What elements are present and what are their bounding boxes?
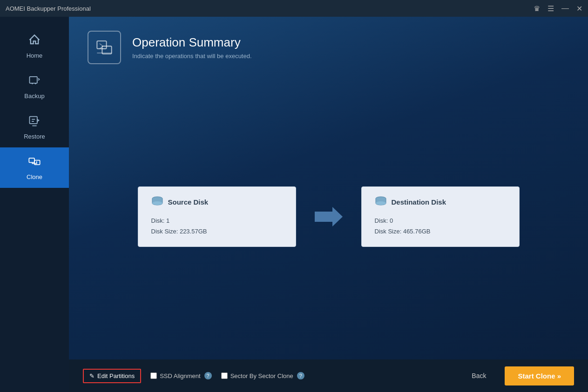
title-bar: AOMEI Backupper Professional ♛ ☰ — ✕	[0, 0, 588, 17]
svg-point-11	[376, 201, 386, 205]
source-disk-number: Disk: 1	[151, 215, 283, 226]
destination-disk-card: Destination Disk Disk: 0 Disk Size: 465.…	[361, 186, 520, 247]
svg-rect-0	[30, 77, 37, 83]
source-disk-icon	[151, 196, 163, 208]
backup-icon	[28, 74, 41, 90]
sector-by-sector-option[interactable]: Sector By Sector Clone ?	[221, 372, 304, 379]
svg-point-8	[152, 201, 162, 205]
destination-disk-number: Disk: 0	[375, 215, 506, 226]
svg-rect-2	[29, 158, 34, 162]
edit-partitions-button[interactable]: ✎ Edit Partitions	[83, 369, 141, 383]
sector-by-sector-help-icon[interactable]: ?	[297, 372, 304, 379]
source-disk-card: Source Disk Disk: 1 Disk Size: 223.57GB	[138, 186, 296, 247]
app-body: Home Backup Rest	[0, 17, 588, 392]
source-disk-info: Disk: 1 Disk Size: 223.57GB	[151, 215, 283, 237]
sidebar-home-label: Home	[27, 52, 43, 59]
sidebar-backup-label: Backup	[24, 93, 44, 100]
source-disk-size: Disk Size: 223.57GB	[151, 226, 283, 237]
menu-icon[interactable]: ☰	[547, 4, 554, 13]
start-clone-button[interactable]: Start Clone »	[505, 366, 574, 385]
minimize-button[interactable]: —	[561, 4, 569, 13]
back-button[interactable]: Back	[462, 368, 495, 383]
ssd-alignment-help-icon[interactable]: ?	[204, 372, 212, 379]
clone-arrow	[315, 207, 343, 226]
content-header: Operation Summary Indicate the operation…	[69, 17, 588, 73]
sidebar-item-clone[interactable]: Clone	[0, 147, 69, 188]
sidebar-item-home[interactable]: Home	[0, 26, 69, 66]
ssd-alignment-label: SSD Alignment	[160, 372, 200, 379]
destination-disk-info: Disk: 0 Disk Size: 465.76GB	[375, 215, 506, 237]
source-disk-header: Source Disk	[151, 196, 283, 208]
edit-partitions-label: Edit Partitions	[97, 372, 135, 379]
restore-icon	[28, 114, 41, 130]
page-title: Operation Summary	[132, 35, 252, 50]
home-icon	[28, 33, 41, 49]
sector-by-sector-label: Sector By Sector Clone	[230, 372, 293, 379]
svg-rect-3	[34, 160, 40, 165]
source-disk-title: Source Disk	[168, 198, 209, 206]
header-text: Operation Summary Indicate the operation…	[132, 35, 252, 60]
destination-disk-title: Destination Disk	[392, 198, 446, 206]
destination-disk-icon	[375, 196, 387, 208]
main-content: Operation Summary Indicate the operation…	[69, 17, 588, 392]
svg-rect-1	[30, 117, 37, 124]
app-title: AOMEI Backupper Professional	[6, 5, 534, 12]
svg-marker-9	[315, 207, 343, 226]
edit-partitions-icon: ✎	[89, 372, 95, 379]
destination-disk-size: Disk Size: 465.76GB	[375, 226, 506, 237]
operation-summary-icon	[94, 37, 115, 58]
clone-icon	[28, 155, 41, 171]
sector-by-sector-checkbox[interactable]	[221, 372, 228, 379]
bottom-bar: ✎ Edit Partitions SSD Alignment ? Sector…	[69, 359, 588, 392]
close-button[interactable]: ✕	[576, 4, 582, 13]
sidebar: Home Backup Rest	[0, 17, 69, 392]
ssd-alignment-option[interactable]: SSD Alignment ?	[150, 372, 211, 379]
sidebar-restore-label: Restore	[24, 133, 45, 140]
ssd-alignment-checkbox[interactable]	[150, 372, 157, 379]
destination-disk-header: Destination Disk	[375, 196, 506, 208]
upgrade-icon[interactable]: ♛	[534, 4, 540, 13]
page-subtitle: Indicate the operations that will be exe…	[132, 53, 252, 60]
sidebar-item-backup[interactable]: Backup	[0, 66, 69, 107]
clone-area: Source Disk Disk: 1 Disk Size: 223.57GB	[69, 73, 588, 359]
window-controls: ♛ ☰ — ✕	[534, 4, 582, 13]
sidebar-clone-label: Clone	[27, 173, 42, 180]
header-icon-box	[88, 31, 121, 64]
sidebar-item-restore[interactable]: Restore	[0, 107, 69, 147]
